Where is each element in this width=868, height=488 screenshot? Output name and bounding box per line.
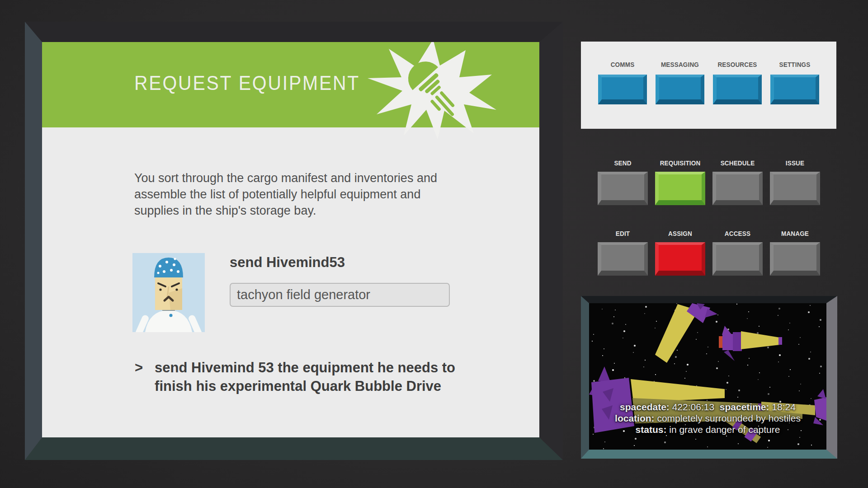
hivemind-avatar	[132, 253, 205, 332]
request-equipment-panel: REQUEST EQUIPMENT You sort through the c…	[25, 22, 563, 460]
keypad-col-access: ACCESS	[712, 230, 763, 276]
action-keypad: SEND REQUISITION SCHEDULE ISSUE EDIT ASS…	[581, 149, 836, 290]
keypad-col-schedule: SCHEDULE	[712, 159, 763, 205]
schedule-key[interactable]	[712, 172, 763, 205]
menu-col-comms: COMMS	[598, 61, 647, 129]
status-line-2: location: completely surrounded by hosti…	[589, 413, 826, 424]
keypad-col-assign: ASSIGN	[655, 230, 705, 276]
manage-key[interactable]	[770, 242, 820, 276]
settings-key[interactable]	[770, 75, 819, 104]
issue-label: ISSUE	[772, 159, 817, 167]
recipient-label: send Hivemind53	[230, 254, 345, 271]
menu-col-resources: RESOURCES	[713, 61, 762, 129]
keypad-col-edit: EDIT	[598, 230, 648, 276]
menu-col-settings: SETTINGS	[770, 61, 819, 129]
menu-col-messaging: MESSAGING	[656, 61, 704, 129]
page-title: REQUEST EQUIPMENT	[134, 72, 360, 94]
keypad-row-2: EDIT ASSIGN ACCESS MANAGE	[581, 220, 836, 276]
edit-key[interactable]	[598, 242, 648, 276]
manage-label: MANAGE	[772, 230, 817, 237]
viewscreen-monitor: spacedate: 422:06:13 spacetime: 18:24 lo…	[581, 296, 837, 459]
keypad-col-manage: MANAGE	[770, 230, 820, 276]
narrative-text: You sort through the cargo manifest and …	[134, 170, 451, 219]
requisition-label: REQUISITION	[657, 159, 703, 167]
top-menu-panel: COMMS MESSAGING RESOURCES SETTINGS	[581, 42, 836, 129]
schedule-label: SCHEDULE	[715, 159, 760, 167]
resources-key[interactable]	[713, 75, 762, 104]
command-prompt: > send Hivemind 53 the equipment he need…	[135, 358, 533, 395]
edit-label: EDIT	[600, 230, 645, 237]
keypad-col-requisition: REQUISITION	[655, 159, 705, 205]
status-line-3: status: in grave danger of capture	[589, 424, 826, 435]
panel-header: REQUEST EQUIPMENT	[42, 42, 539, 127]
comms-key[interactable]	[598, 75, 647, 104]
ship-status-readout: spacedate: 422:06:13 spacetime: 18:24 lo…	[589, 401, 826, 435]
equipment-input[interactable]	[230, 283, 450, 307]
prompt-marker: >	[135, 358, 143, 395]
messaging-label: MESSAGING	[658, 61, 702, 68]
access-key[interactable]	[712, 242, 763, 276]
panel-content: REQUEST EQUIPMENT You sort through the c…	[42, 42, 539, 437]
keypad-col-issue: ISSUE	[770, 159, 820, 205]
status-line-1: spacedate: 422:06:13 spacetime: 18:24	[589, 401, 826, 413]
viewscreen-display: spacedate: 422:06:13 spacetime: 18:24 lo…	[589, 303, 826, 450]
access-label: ACCESS	[715, 230, 760, 237]
requisition-key[interactable]	[655, 172, 705, 205]
keypad-col-send: SEND	[598, 159, 648, 205]
resources-label: RESOURCES	[715, 61, 759, 68]
send-label: SEND	[600, 159, 645, 167]
issue-key[interactable]	[770, 172, 820, 205]
starburst-rocket-icon	[361, 42, 496, 139]
settings-label: SETTINGS	[773, 61, 816, 68]
messaging-key[interactable]	[656, 75, 704, 104]
assign-key[interactable]	[655, 242, 705, 276]
prompt-text: send Hivemind 53 the equipment he needs …	[155, 358, 471, 395]
send-key[interactable]	[598, 172, 648, 205]
assign-label: ASSIGN	[657, 230, 703, 237]
keypad-row-1: SEND REQUISITION SCHEDULE ISSUE	[581, 149, 836, 205]
comms-label: COMMS	[600, 61, 644, 68]
